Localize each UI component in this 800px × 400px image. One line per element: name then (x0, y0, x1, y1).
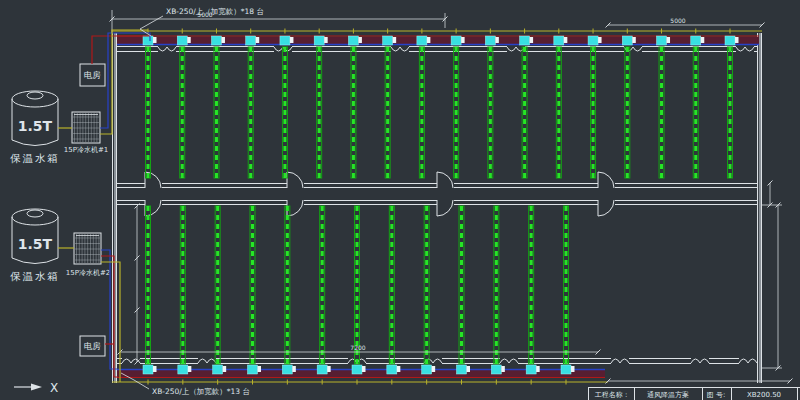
fan-box[interactable] (561, 365, 571, 374)
fan-box[interactable] (485, 36, 495, 45)
fan-box[interactable] (491, 365, 501, 374)
ucs-x-label: X (50, 381, 58, 395)
fan-box-flag (188, 366, 192, 372)
fan-box-flag (701, 37, 705, 43)
sheet-number-value: XB200.50 (747, 391, 781, 399)
fan-box-flag (153, 366, 157, 372)
fan-box-flag (735, 37, 739, 43)
fan-box[interactable] (213, 365, 223, 374)
fan-box-flag (432, 366, 436, 372)
fan-box[interactable] (520, 36, 530, 45)
drawing-canvas[interactable]: 500050007200 电房 1.5T 保温水箱 15P冷水机#1 1.5T … (0, 0, 800, 400)
fan-box-flag (530, 37, 534, 43)
fan-box[interactable] (352, 365, 362, 374)
fan-box[interactable] (457, 365, 467, 374)
fan-box[interactable] (691, 36, 701, 45)
dim-text: 7200 (350, 344, 365, 351)
fan-box[interactable] (657, 36, 667, 45)
fan-box-flag (427, 37, 431, 43)
project-name-label: 工程名称 : (595, 391, 628, 399)
fan-box[interactable] (177, 36, 187, 45)
fan-box[interactable] (282, 365, 292, 374)
chiller-2-label: 15P冷水机#2 (66, 269, 110, 277)
fan-box-flag (564, 37, 568, 43)
fan-box-flag (362, 366, 366, 372)
sheet-number-label: 图 号: (707, 391, 726, 399)
door-gap (287, 200, 304, 207)
fan-box-flag (467, 366, 471, 372)
fan-box-flag (327, 366, 331, 372)
fan-box[interactable] (211, 36, 221, 45)
tank1-name: 保温水箱 (10, 152, 60, 164)
tank2-capacity: 1.5T (18, 236, 53, 252)
fan-box[interactable] (246, 36, 256, 45)
door-gap (437, 200, 454, 207)
fan-box[interactable] (554, 36, 564, 45)
fan-box-flag (536, 366, 540, 372)
fan-box-flag (292, 366, 296, 372)
fan-box[interactable] (314, 36, 324, 45)
fan-box-flag (153, 37, 157, 43)
fan-box-flag (223, 366, 227, 372)
fan-box-flag (258, 366, 262, 372)
fan-box[interactable] (422, 365, 432, 374)
fan-box-flag (397, 366, 401, 372)
fan-box[interactable] (280, 36, 290, 45)
tank2-name: 保温水箱 (10, 270, 60, 282)
fan-box[interactable] (383, 36, 393, 45)
fan-box[interactable] (451, 36, 461, 45)
fan-box-flag (495, 37, 499, 43)
fan-box-flag (667, 37, 671, 43)
door-gap (598, 182, 615, 189)
power-room-2-label: 电房 (84, 341, 101, 351)
fan-box[interactable] (622, 36, 632, 45)
power-room-1-label: 电房 (84, 70, 101, 80)
fan-box[interactable] (526, 365, 536, 374)
top-units-label: XB-250/上（加宽款）*18 台 (166, 7, 264, 16)
fan-box[interactable] (143, 36, 153, 45)
fan-box[interactable] (348, 36, 358, 45)
fan-box-flag (598, 37, 602, 43)
fan-box-flag (256, 37, 259, 43)
fan-box[interactable] (417, 36, 427, 45)
fan-box[interactable] (387, 365, 397, 374)
fan-box[interactable] (317, 365, 327, 374)
right-wall-fill (759, 33, 761, 383)
door-gap (287, 182, 304, 189)
fan-box-flag (221, 37, 225, 43)
fan-box-flag (187, 37, 191, 43)
tank1-capacity: 1.5T (18, 118, 53, 134)
cad-viewport: 500050007200 电房 1.5T 保温水箱 15P冷水机#1 1.5T … (0, 0, 800, 400)
bottom-units-label: XB-250/上（加宽款）*13 台 (152, 387, 250, 396)
project-name-value: 通风降温方案 (647, 390, 689, 399)
fan-box[interactable] (588, 36, 598, 45)
chiller-1-label: 15P冷水机#1 (64, 146, 108, 154)
fan-box[interactable] (725, 36, 735, 45)
fan-box[interactable] (248, 365, 258, 374)
dim-text: 5000 (670, 17, 685, 24)
door-gap (145, 200, 162, 207)
fan-box-flag (571, 366, 575, 372)
fan-box-flag (461, 37, 465, 43)
fan-box-flag (632, 37, 636, 43)
fan-box[interactable] (143, 365, 153, 374)
fan-box-flag (501, 366, 505, 372)
door-gap (437, 182, 454, 189)
fan-box[interactable] (178, 365, 188, 374)
door-gap (145, 182, 162, 189)
fan-box-flag (358, 37, 362, 43)
fan-box-flag (393, 37, 397, 43)
door-gap (598, 200, 615, 207)
fan-box-flag (290, 37, 294, 43)
fan-box-flag (324, 37, 328, 43)
